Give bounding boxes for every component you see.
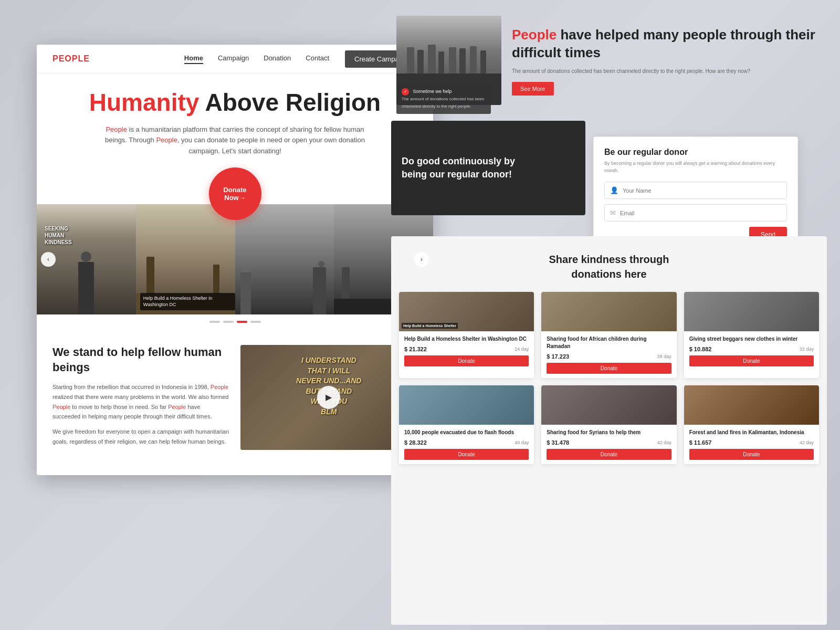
card-4-meta: $ 28.322 40 day: [404, 439, 529, 446]
donation-card-6: Forest and land fires in Kalimantan, Ind…: [684, 385, 819, 464]
card-6-image: [684, 385, 819, 425]
rp-notification: ✓ Sometime we help The amount of donatio…: [396, 84, 491, 114]
card-2-days: 28 day: [657, 354, 671, 359]
slider-next-button[interactable]: ›: [414, 252, 429, 267]
card-6-title: Forest and land fires in Kalimantan, Ind…: [689, 429, 814, 436]
rp-hero-body: The amount of donations collected has be…: [512, 67, 816, 76]
sign-text: SEEKINGHUMANKINDNESS: [45, 225, 72, 246]
hero-section: Humanity Above Religion People is a huma…: [37, 74, 433, 204]
rp-donations-section: Share kindness through donations here He…: [391, 242, 827, 475]
person-icon: 👤: [610, 186, 618, 194]
donate-now-button[interactable]: Donate Now→: [209, 167, 261, 220]
donate-button-wrap: Donate Now→: [52, 167, 417, 220]
card-3-donate-btn[interactable]: Donate: [689, 355, 814, 366]
card-2-title: Sharing food for African children during…: [547, 335, 671, 350]
nav-campaign[interactable]: Campaign: [218, 54, 249, 64]
hero-image-2: Help Build a Homeless Shelter in Washing…: [136, 204, 235, 314]
dot-4[interactable]: [250, 321, 261, 323]
card-4-title: 10,000 people evacuated due to flash flo…: [404, 429, 529, 436]
card-3-days: 32 day: [800, 346, 814, 352]
card-5-meta: $ 31.478 42 day: [547, 439, 671, 446]
card-1-image: Help Build a Homeless Shelter: [399, 292, 534, 331]
card-4-body: 10,000 people evacuated due to flash flo…: [399, 425, 534, 464]
slider-prev-button[interactable]: ‹: [41, 252, 56, 267]
card-5-donate-btn[interactable]: Donate: [547, 449, 671, 460]
donation-card-3: Giving street beggars new clothes in win…: [684, 292, 819, 378]
lower-paragraph-1: Starting from the rebellion that occurre…: [52, 382, 230, 422]
donation-grid: Help Build a Homeless Shelter Help Build…: [399, 292, 819, 464]
dot-3[interactable]: [237, 321, 247, 323]
dot-2[interactable]: [223, 321, 234, 323]
card-3-title: Giving street beggars new clothes in win…: [689, 335, 814, 343]
hero-subtitle: People is a humanitarian platform that c…: [99, 124, 372, 157]
card-4-amount: $ 28.322: [404, 439, 427, 446]
card-1-meta: $ 21.322 24 day: [404, 346, 529, 352]
card-6-body: Forest and land fires in Kalimantan, Ind…: [684, 425, 819, 464]
dot-1[interactable]: [209, 321, 220, 323]
email-icon: ✉: [610, 209, 616, 217]
donation-card-2: Sharing food for African children during…: [541, 292, 676, 378]
card-1-days: 24 day: [514, 346, 529, 352]
card-6-donate-btn[interactable]: Donate: [689, 449, 814, 460]
donor-form-description: By becoming a regular donor you will alw…: [604, 160, 787, 174]
card-4-image: [399, 385, 534, 425]
main-browser-window: PEOPLE Home Campaign Donation Contact Cr…: [37, 45, 433, 475]
name-field-wrap: 👤: [604, 182, 787, 199]
card-5-amount: $ 31.478: [547, 439, 569, 446]
hero-image-strip: ‹ SEEKINGHUMANKINDNESS Help Build a Home…: [37, 204, 433, 314]
card-5-title: Sharing food for Syrians to help them: [547, 429, 671, 436]
card-6-amount: $ 11.657: [689, 439, 712, 446]
hero-title: Humanity Above Religion: [52, 89, 417, 116]
card-2-meta: $ 17.223 28 day: [547, 353, 671, 360]
card-2-donate-btn[interactable]: Donate: [547, 363, 671, 374]
nav-donation[interactable]: Donation: [264, 54, 291, 64]
card-2-amount: $ 17.223: [547, 353, 569, 360]
rp-dark-text: Do good continuously bybeing our regular…: [402, 155, 575, 181]
lower-left-content: We stand to help fellow human beings Sta…: [52, 345, 230, 452]
card-5-image: [541, 385, 676, 425]
nav-links: Home Campaign Donation Contact: [184, 54, 329, 64]
card-4-days: 40 day: [514, 440, 529, 445]
card-1-donate-btn[interactable]: Donate: [404, 355, 529, 366]
right-panel: ✓ Sometime we help The amount of donatio…: [391, 16, 827, 625]
card-4-donate-btn[interactable]: Donate: [404, 449, 529, 460]
name-input[interactable]: [623, 187, 781, 194]
card-3-meta: $ 10.882 32 day: [689, 346, 814, 352]
notif-icon: ✓: [402, 88, 409, 96]
see-more-button[interactable]: See More: [512, 82, 554, 96]
card-3-image: [684, 292, 819, 331]
navbar: PEOPLE Home Campaign Donation Contact Cr…: [37, 45, 433, 74]
play-button[interactable]: ▶: [317, 386, 340, 409]
card-1-title: Help Build a Homeless Shelter in Washing…: [404, 335, 529, 343]
site-logo: PEOPLE: [52, 54, 90, 64]
image-caption: Help Build a Homeless Shelter in Washing…: [140, 293, 235, 310]
card-5-body: Sharing food for Syrians to help them $ …: [541, 425, 676, 464]
rp-hero-heading: People have helped many people through t…: [512, 26, 816, 62]
card-2-body: Sharing food for African children during…: [541, 331, 676, 378]
donations-heading: Share kindness through donations here: [399, 252, 819, 281]
email-input[interactable]: [620, 210, 781, 216]
donor-form-title: Be our regular donor: [604, 148, 787, 157]
card-2-image: [541, 292, 676, 331]
lower-section: We stand to help fellow human beings Sta…: [37, 329, 433, 467]
card-3-body: Giving street beggars new clothes in win…: [684, 331, 819, 371]
nav-home[interactable]: Home: [184, 54, 203, 64]
card-1-amount: $ 21.322: [404, 346, 427, 352]
hero-image-3: [235, 204, 334, 314]
donation-card-1: Help Build a Homeless Shelter Help Build…: [399, 292, 534, 378]
rp-hero-text: People have helped many people through t…: [512, 26, 827, 96]
lower-heading: We stand to help fellow human beings: [52, 345, 230, 375]
nav-contact[interactable]: Contact: [306, 54, 329, 64]
email-field-wrap: ✉: [604, 204, 787, 222]
rp-dark-cta: Do good continuously bybeing our regular…: [391, 121, 585, 215]
card-1-body: Help Build a Homeless Shelter in Washing…: [399, 331, 534, 371]
slider-dots: [37, 314, 433, 329]
card-6-days: 42 day: [800, 440, 814, 445]
card-5-days: 42 day: [657, 440, 671, 445]
card-6-meta: $ 11.657 42 day: [689, 439, 814, 446]
donation-card-4: 10,000 people evacuated due to flash flo…: [399, 385, 534, 464]
lower-paragraph-2: We give freedom for everyone to open a c…: [52, 427, 230, 446]
donation-card-5: Sharing food for Syrians to help them $ …: [541, 385, 676, 464]
card-3-amount: $ 10.882: [689, 346, 712, 352]
